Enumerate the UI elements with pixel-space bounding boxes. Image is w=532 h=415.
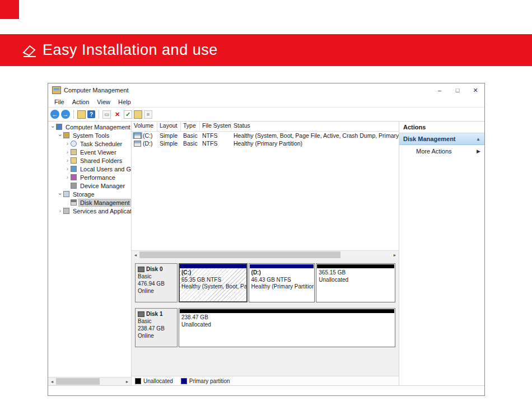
- volume-layout: Simple: [157, 140, 181, 147]
- disk-label[interactable]: Disk 0Basic476.94 GBOnline: [135, 263, 178, 302]
- console-tree-icon[interactable]: [77, 110, 86, 119]
- expander-icon[interactable]: ›: [57, 132, 63, 138]
- close-button[interactable]: ✕: [466, 83, 484, 97]
- legend-label: Unallocated: [143, 378, 173, 384]
- disk-icon: [138, 267, 144, 272]
- expander-icon[interactable]: ›: [57, 208, 63, 214]
- column-header-type[interactable]: Type: [181, 122, 200, 131]
- titlebar: Computer Management – □ ✕: [48, 83, 484, 97]
- partition-label: (C:): [181, 269, 245, 277]
- tree-item-shared-folders[interactable]: ›Shared Folders: [48, 156, 131, 165]
- scroll-thumb[interactable]: [56, 378, 100, 385]
- details-view-icon[interactable]: ≡: [144, 110, 152, 119]
- tree-item-services-and-applications[interactable]: ›Services and Applications: [48, 207, 131, 215]
- partition-color-bar: [180, 309, 394, 313]
- partition-status: Unallocated: [181, 321, 393, 329]
- expander-icon[interactable]: ›: [64, 149, 71, 155]
- submenu-arrow-icon: ▶: [477, 148, 480, 154]
- app-icon: [52, 86, 61, 94]
- partition-status: Unallocated: [319, 277, 393, 284]
- disk-type: Basic: [138, 318, 175, 325]
- partition-label: (D:): [251, 269, 312, 277]
- menu-view[interactable]: View: [93, 99, 114, 105]
- partition-status: Healthy (Primary Partition): [251, 283, 312, 291]
- tree-item-label: Services and Applications: [72, 208, 131, 215]
- expander-icon[interactable]: ›: [57, 191, 63, 197]
- expander-icon[interactable]: ›: [64, 141, 71, 147]
- tree-item-computer-management-local[interactable]: ›Computer Management (Local: [48, 123, 131, 131]
- disk-name: Disk 0: [138, 265, 175, 273]
- tree-item-storage[interactable]: ›Storage: [48, 190, 131, 198]
- disk-label[interactable]: Disk 1Basic238.47 GBOnline: [135, 308, 178, 347]
- actions-more-actions[interactable]: More Actions ▶: [399, 145, 484, 157]
- disk-size: 476.94 GB: [138, 280, 175, 287]
- tree-item-label: Device Manager: [79, 183, 126, 189]
- tree-horizontal-scrollbar[interactable]: ◄ ►: [48, 377, 131, 385]
- menu-action[interactable]: Action: [68, 99, 94, 105]
- tree-item-label: Storage: [72, 191, 96, 198]
- expander-icon[interactable]: ›: [64, 174, 71, 180]
- column-header-layout[interactable]: Layout: [157, 122, 181, 131]
- back-icon[interactable]: ←: [50, 110, 59, 119]
- volume-type: Basic: [181, 132, 200, 139]
- scroll-track[interactable]: [139, 251, 391, 259]
- tree-item-label: Event Viewer: [79, 149, 118, 156]
- menu-file[interactable]: File: [50, 99, 68, 105]
- tree-item-device-manager[interactable]: Device Manager: [48, 181, 131, 190]
- scroll-track[interactable]: [56, 377, 123, 385]
- volume-cell: (C:): [132, 132, 157, 139]
- partition-unallocated[interactable]: 365.15 GBUnallocated: [316, 263, 395, 302]
- check-doc-icon[interactable]: ✓: [124, 110, 132, 119]
- partition-c[interactable]: (C:)65.35 GB NTFSHealthy (System, Boot, …: [179, 263, 248, 302]
- help-icon[interactable]: ?: [87, 110, 95, 118]
- scroll-right-icon[interactable]: ►: [391, 253, 399, 257]
- tree-item-label: System Tools: [72, 132, 110, 139]
- tree-item-label: Computer Management (Local: [64, 124, 131, 130]
- scroll-left-icon[interactable]: ◄: [132, 253, 139, 257]
- column-header-status[interactable]: Status: [231, 122, 399, 131]
- services-icon: [63, 208, 69, 214]
- tree-item-task-scheduler[interactable]: ›Task Scheduler: [48, 139, 131, 148]
- delete-icon[interactable]: ✕: [113, 110, 122, 119]
- volume-row-d[interactable]: (D:)SimpleBasicNTFSHealthy (Primary Part…: [132, 139, 399, 147]
- tree-item-system-tools[interactable]: ›System Tools: [48, 131, 131, 139]
- tree-item-label: Disk Management: [79, 199, 131, 206]
- list-horizontal-scrollbar[interactable]: ◄ ►: [132, 250, 399, 259]
- menu-help[interactable]: Help: [114, 99, 135, 105]
- folder-icon[interactable]: [134, 110, 142, 119]
- disk-row-disk-0: Disk 0Basic476.94 GBOnline(C:)65.35 GB N…: [135, 263, 395, 302]
- minimize-button[interactable]: –: [431, 83, 449, 97]
- partition-d[interactable]: (D:)46.43 GB NTFSHealthy (Primary Partit…: [249, 263, 315, 302]
- partition-unallocated[interactable]: 238.47 GBUnallocated: [179, 308, 395, 347]
- volume-layout: Simple: [157, 132, 181, 139]
- legend-swatch: [181, 378, 187, 384]
- more-actions-label: More Actions: [416, 148, 452, 155]
- tree-item-event-viewer[interactable]: ›Event Viewer: [48, 148, 131, 156]
- scroll-thumb[interactable]: [139, 251, 340, 258]
- scroll-left-icon[interactable]: ◄: [48, 380, 56, 384]
- dialog-icon[interactable]: ▭: [102, 110, 111, 119]
- computer-icon: [56, 124, 62, 130]
- column-header-file-system[interactable]: File System: [200, 122, 231, 131]
- volume-row-c[interactable]: (C:)SimpleBasicNTFSHealthy (System, Boot…: [132, 132, 399, 139]
- console-tree: ›Computer Management (Local›System Tools…: [48, 122, 131, 377]
- partitions: 238.47 GBUnallocated: [179, 308, 395, 347]
- maximize-button[interactable]: □: [449, 83, 466, 97]
- window-title: Computer Management: [64, 87, 431, 94]
- expander-icon[interactable]: ›: [50, 124, 56, 130]
- volume-list-header: VolumeLayoutTypeFile SystemStatus: [132, 122, 399, 132]
- legend-swatch: [135, 378, 141, 384]
- column-header-volume[interactable]: Volume: [132, 122, 157, 131]
- disk-name: Disk 1: [138, 310, 175, 318]
- collapse-icon[interactable]: ▲: [476, 137, 480, 142]
- scroll-right-icon[interactable]: ►: [123, 380, 131, 384]
- actions-disk-management[interactable]: Disk Management ▲: [399, 133, 484, 145]
- toolbar-separator: [73, 110, 74, 119]
- tree-item-performance[interactable]: ›Performance: [48, 173, 131, 181]
- tree-item-local-users-and-groups[interactable]: ›Local Users and Groups: [48, 165, 131, 173]
- forward-icon[interactable]: →: [61, 110, 70, 119]
- expander-icon[interactable]: ›: [64, 166, 71, 172]
- expander-icon[interactable]: ›: [64, 157, 71, 164]
- disk-icon: [138, 311, 144, 317]
- tree-item-disk-management[interactable]: Disk Management: [48, 198, 131, 207]
